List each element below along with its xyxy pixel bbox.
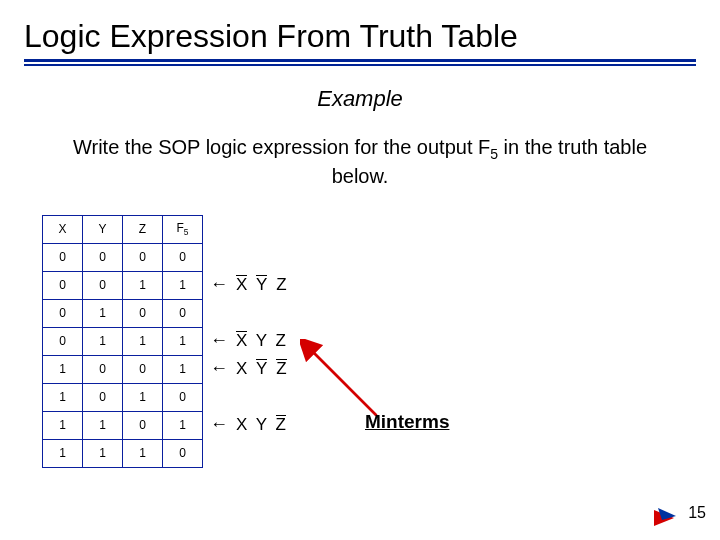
table-row: 0111 — [43, 327, 203, 355]
left-arrow-icon: ← — [210, 414, 228, 435]
table-row: 1101 — [43, 411, 203, 439]
page-title: Logic Expression From Truth Table — [0, 0, 720, 59]
table-row: 0000 — [43, 243, 203, 271]
minterm-literals: X Y Z — [236, 275, 289, 295]
minterm-expression: ←X Y Z — [210, 355, 289, 383]
prompt-sub: 5 — [490, 146, 498, 162]
minterm-literals: X Y Z — [236, 331, 288, 351]
table-row: 1110 — [43, 439, 203, 467]
page-number: 15 — [688, 504, 706, 522]
minterm-literals: X Y Z — [236, 359, 289, 379]
table-header-row: X Y Z F5 — [43, 215, 203, 243]
table-row: 0100 — [43, 299, 203, 327]
example-heading: Example — [0, 86, 720, 112]
prompt-text: Write the SOP logic expression for the o… — [60, 134, 660, 189]
col-f: F5 — [163, 215, 203, 243]
minterm-expression: ←X Y Z — [210, 411, 288, 439]
minterms-label: Minterms — [365, 411, 449, 433]
corner-logo-icon — [650, 506, 678, 530]
table-row: 1001 — [43, 355, 203, 383]
minterm-expression: ←X Y Z — [210, 327, 288, 355]
left-arrow-icon: ← — [210, 330, 228, 351]
table-row: 0011 — [43, 271, 203, 299]
title-rule — [0, 59, 720, 66]
prompt-pre: Write the SOP logic expression for the o… — [73, 136, 490, 158]
truth-table: X Y Z F5 0000 0011 0100 0111 1001 1010 1… — [42, 215, 203, 468]
left-arrow-icon: ← — [210, 274, 228, 295]
col-x: X — [43, 215, 83, 243]
minterm-expression: ←X Y Z — [210, 271, 289, 299]
table-row: 1010 — [43, 383, 203, 411]
left-arrow-icon: ← — [210, 358, 228, 379]
col-y: Y — [83, 215, 123, 243]
col-z: Z — [123, 215, 163, 243]
minterm-literals: X Y Z — [236, 415, 288, 435]
svg-line-0 — [311, 349, 377, 415]
